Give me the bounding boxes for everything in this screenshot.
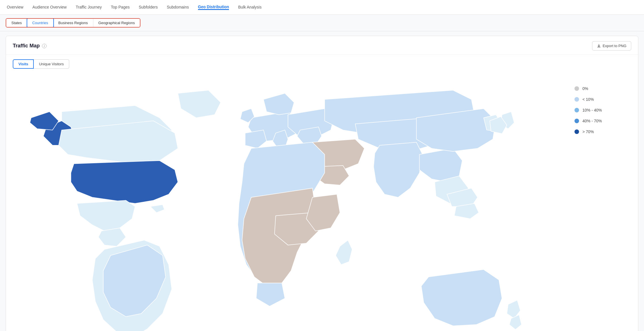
legend-item-gt70: > 70% bbox=[574, 129, 620, 134]
legend-item-lt10: < 10% bbox=[574, 97, 620, 102]
map-container: .country { stroke: #fff; stroke-width: 0… bbox=[13, 75, 563, 331]
legend-label-lt10: < 10% bbox=[582, 97, 594, 102]
legend-dot-40to70 bbox=[574, 119, 579, 123]
top-navigation: OverviewAudience OverviewTraffic Journey… bbox=[0, 0, 644, 15]
sub-navigation: StatesCountriesBusiness RegionsGeographi… bbox=[0, 15, 644, 31]
legend-item-40to70: 40% - 70% bbox=[574, 119, 620, 123]
export-button[interactable]: Export to PNG bbox=[592, 41, 631, 51]
top-nav-item-bulk-analysis[interactable]: Bulk Analysis bbox=[238, 5, 261, 10]
top-nav-item-subfolders[interactable]: Subfolders bbox=[139, 5, 158, 10]
title-row: Traffic Map i bbox=[13, 43, 47, 49]
top-nav-item-overview[interactable]: Overview bbox=[7, 5, 23, 10]
legend: 0%< 10%10% - 40%40% - 70%> 70% bbox=[574, 75, 631, 134]
sub-nav-item-geographical-regions[interactable]: Geographical Regions bbox=[93, 19, 140, 27]
top-nav-item-audience-overview[interactable]: Audience Overview bbox=[32, 5, 67, 10]
top-nav-item-geo-distribution[interactable]: Geo Distribution bbox=[198, 5, 229, 10]
top-nav-item-traffic-journey[interactable]: Traffic Journey bbox=[76, 5, 102, 10]
metric-toggle: VisitsUnique Visitors bbox=[6, 55, 638, 72]
metric-btn-unique-visitors[interactable]: Unique Visitors bbox=[34, 59, 69, 69]
top-nav-item-top-pages[interactable]: Top Pages bbox=[111, 5, 130, 10]
traffic-map-header: Traffic Map i Export to PNG bbox=[6, 36, 638, 55]
sub-nav-item-countries[interactable]: Countries bbox=[27, 18, 54, 28]
info-icon[interactable]: i bbox=[42, 44, 47, 48]
top-nav-item-subdomains[interactable]: Subdomains bbox=[167, 5, 189, 10]
traffic-map-title: Traffic Map bbox=[13, 43, 40, 49]
legend-label-zero: 0% bbox=[582, 86, 588, 91]
legend-dot-10to40 bbox=[574, 108, 579, 112]
main-content: Traffic Map i Export to PNG VisitsUnique… bbox=[6, 36, 638, 331]
sub-nav-item-business-regions[interactable]: Business Regions bbox=[53, 19, 93, 27]
legend-label-gt70: > 70% bbox=[582, 129, 594, 134]
legend-dot-lt10 bbox=[574, 97, 579, 102]
legend-label-10to40: 10% - 40% bbox=[582, 108, 602, 112]
legend-label-40to70: 40% - 70% bbox=[582, 119, 602, 123]
legend-dot-zero bbox=[574, 86, 579, 91]
sub-nav-group: StatesCountriesBusiness RegionsGeographi… bbox=[6, 18, 140, 28]
legend-dot-gt70 bbox=[574, 129, 579, 134]
map-area: .country { stroke: #fff; stroke-width: 0… bbox=[6, 72, 638, 331]
export-icon bbox=[597, 44, 601, 48]
legend-item-10to40: 10% - 40% bbox=[574, 108, 620, 112]
metric-btn-visits[interactable]: Visits bbox=[13, 59, 34, 69]
sub-nav-item-states[interactable]: States bbox=[6, 19, 27, 27]
legend-item-zero: 0% bbox=[574, 86, 620, 91]
world-map: .country { stroke: #fff; stroke-width: 0… bbox=[13, 75, 563, 331]
